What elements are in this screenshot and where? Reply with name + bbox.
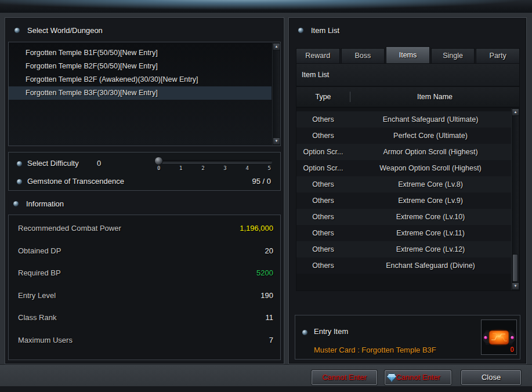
- dungeon-list-item-selected[interactable]: Forgotten Temple B3F(30/30)[New Entry]: [9, 86, 272, 100]
- dungeon-list-item[interactable]: Forgotten Temple B2F (Awakened)(30/30)[N…: [9, 73, 272, 86]
- table-row[interactable]: Others Extreme Core (Lv.12): [296, 241, 511, 257]
- info-label: Class Rank: [18, 313, 56, 322]
- cell-type: Others: [296, 209, 350, 225]
- tab-boss[interactable]: Boss: [341, 48, 385, 63]
- difficulty-slider[interactable]: 0 1 2 3 4 5: [156, 160, 272, 171]
- item-list-panel: Item List Reward Boss Items Single Party…: [288, 17, 527, 364]
- select-world-header: Select World/Dungeon: [15, 26, 103, 35]
- info-value: 20: [265, 246, 273, 255]
- cell-type: Others: [296, 193, 350, 209]
- dungeon-listbox: Forgotten Temple B1F(50/50)[New Entry] F…: [8, 42, 281, 146]
- info-label: Maximum Users: [18, 336, 73, 344]
- dungeon-list-item[interactable]: Forgotten Temple B1F(50/50)[New Entry]: [9, 46, 272, 60]
- table-row[interactable]: Others Enchant Safeguard (Ultimate): [296, 111, 511, 128]
- cell-type: Others: [296, 111, 350, 128]
- slider-knob[interactable]: [154, 157, 163, 165]
- cell-type: Others: [296, 257, 350, 274]
- entry-item-box: Entry Item Muster Card : Forgotten Templ…: [295, 315, 520, 360]
- info-label: Entry Level: [18, 291, 56, 300]
- slider-track[interactable]: [156, 160, 272, 163]
- cell-name: Extreme Core (Lv.8): [350, 176, 511, 193]
- table-row[interactable]: Others Extreme Core (Lv.11): [296, 225, 511, 241]
- enter-button[interactable]: Cannot Enter: [312, 370, 377, 385]
- difficulty-label: Select Difficulty: [27, 159, 79, 168]
- bullet-icon: [15, 28, 20, 33]
- info-row-required-bp: Required BP 5200: [18, 267, 273, 278]
- difficulty-box: Select Difficulty 0 0 1 2 3 4 5 Gemstone…: [8, 152, 281, 191]
- premium-enter-button[interactable]: Cannot Enter: [385, 370, 451, 385]
- item-table-body: Others Enchant Safeguard (Ultimate) Othe…: [296, 107, 520, 291]
- premium-enter-button-label: Cannot Enter: [396, 373, 440, 382]
- cell-name: Extreme Core (Lv.11): [350, 225, 511, 241]
- gemstone-value: 95 / 0: [252, 177, 271, 186]
- tick-label: 1: [179, 165, 182, 171]
- item-table-header: Type Item Name: [296, 86, 520, 107]
- scrollbar-thumb[interactable]: [512, 254, 518, 282]
- table-row[interactable]: Option Scr... Weapon Option Scroll (High…: [296, 160, 511, 176]
- scroll-down-icon[interactable]: ▼: [512, 282, 519, 290]
- cell-type: Others: [296, 176, 350, 193]
- enter-button-label: Cannot Enter: [322, 373, 367, 382]
- tick-label: 0: [157, 165, 160, 171]
- tab-party[interactable]: Party: [476, 48, 520, 63]
- column-header-item-name[interactable]: Item Name: [350, 87, 519, 107]
- entry-item-header: Entry Item: [314, 327, 348, 336]
- scroll-down-icon[interactable]: ▼: [273, 137, 280, 145]
- dungeon-entry-window: Select World/Dungeon Forgotten Temple B1…: [0, 0, 532, 392]
- table-row[interactable]: Option Scr... Armor Option Scroll (Highe…: [296, 144, 511, 160]
- window-bottom-bar: [0, 364, 532, 386]
- tab-single[interactable]: Single: [431, 48, 475, 63]
- table-row[interactable]: Others Perfect Core (Ultimate): [296, 128, 511, 144]
- cell-name: Extreme Core (Lv.10): [350, 209, 511, 225]
- info-value: 1,196,000: [240, 224, 273, 233]
- scroll-up-icon[interactable]: ▲: [512, 108, 519, 116]
- dungeon-list-item[interactable]: Forgotten Temple B2F(50/50)[New Entry]: [9, 60, 272, 73]
- table-row[interactable]: Others Extreme Core (Lv.8): [296, 176, 511, 193]
- tick-label: 4: [245, 165, 248, 171]
- close-button-label: Close: [482, 373, 501, 382]
- information-header-label: Information: [26, 199, 64, 208]
- dungeon-list-scrollbar[interactable]: ▲ ▼: [272, 43, 280, 145]
- entry-item-name: Muster Card : Forgotten Temple B3F: [314, 346, 436, 354]
- world-dungeon-panel: Select World/Dungeon Forgotten Temple B1…: [5, 17, 284, 364]
- tick-label: 5: [268, 165, 271, 171]
- muster-card-count: 0: [510, 346, 514, 354]
- cell-type: Others: [296, 225, 350, 241]
- bullet-icon: [302, 330, 307, 335]
- tick-label: 2: [201, 165, 204, 171]
- info-label: Recommended Combat Power: [18, 224, 121, 233]
- item-list-header-label: Item List: [311, 26, 339, 35]
- item-list-header: Item List: [298, 26, 339, 35]
- information-box: Recommended Combat Power 1,196,000 Obtai…: [8, 215, 281, 360]
- cell-name: Enchant Safeguard (Ultimate): [350, 111, 511, 128]
- bullet-icon: [17, 161, 22, 166]
- info-row-maximum-users: Maximum Users 7: [18, 334, 273, 346]
- info-value: 7: [269, 336, 273, 344]
- table-row[interactable]: Others Extreme Core (Lv.10): [296, 209, 511, 225]
- info-value: 5200: [256, 268, 273, 277]
- table-row[interactable]: Others Extreme Core (Lv.9): [296, 193, 511, 209]
- cell-type: Others: [296, 241, 350, 257]
- cell-name: Extreme Core (Lv.12): [350, 241, 511, 257]
- column-header-type[interactable]: Type: [296, 87, 350, 107]
- information-header: Information: [13, 199, 64, 208]
- cell-name: Perfect Core (Ultimate): [350, 128, 511, 144]
- bullet-icon: [17, 179, 22, 184]
- cell-type: Option Scr...: [296, 144, 350, 160]
- muster-card-slot[interactable]: 0: [481, 320, 517, 355]
- info-row-obtained-dp: Obtained DP 20: [18, 245, 273, 256]
- info-label: Obtained DP: [18, 246, 61, 255]
- scroll-up-icon[interactable]: ▲: [273, 43, 280, 50]
- item-table-scrollbar[interactable]: ▲ ▼: [511, 108, 519, 290]
- gemstone-label: Gemstone of Transcendence: [27, 177, 124, 186]
- tab-reward[interactable]: Reward: [296, 48, 340, 63]
- table-row[interactable]: Others Enchant Safeguard (Divine): [296, 257, 511, 274]
- close-button[interactable]: Close: [461, 370, 521, 385]
- select-world-header-label: Select World/Dungeon: [27, 26, 103, 35]
- window-top-glow-bar: [0, 0, 532, 13]
- cell-name: Armor Option Scroll (Highest): [350, 144, 511, 160]
- item-list-tabs: Reward Boss Items Single Party: [296, 48, 520, 63]
- bullet-icon: [13, 201, 19, 206]
- info-value: 190: [260, 291, 273, 300]
- tab-items[interactable]: Items: [386, 46, 430, 63]
